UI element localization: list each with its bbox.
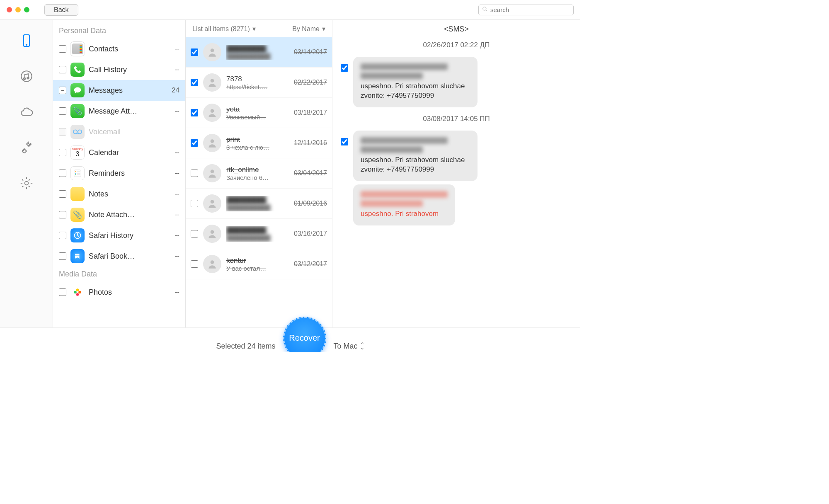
message-checkbox[interactable] [341,64,348,72]
message-row[interactable]: print3 чехла с лю…12/11/2016 [186,128,332,158]
avatar-icon [203,104,221,122]
category-checkbox-indeterminate[interactable]: − [59,87,66,94]
detail-title: <SMS> [341,25,572,34]
close-window-icon[interactable] [7,7,12,12]
nav-icloud[interactable] [17,103,36,121]
category-count: -- [175,252,179,260]
category-checkbox[interactable] [59,149,66,156]
reminders-icon [70,166,85,180]
message-row-checkbox[interactable] [191,260,198,268]
category-notes[interactable]: Notes -- [53,184,185,204]
maximize-window-icon[interactable] [24,7,29,12]
category-note-attachments[interactable]: 📎 Note Attach… -- [53,204,185,225]
nav-itunes[interactable] [17,67,36,85]
avatar-icon [203,194,221,213]
sort-label: By Name [292,25,320,33]
timestamp: 03/08/2017 14:05 ПП [341,115,572,123]
svg-point-30 [211,260,214,264]
category-call-history[interactable]: Call History -- [53,59,185,80]
category-label: Call History [89,65,171,74]
category-contacts[interactable]: Contacts -- [53,39,185,59]
message-row[interactable]: rtk_onlimeЗачислено 6…03/04/2017 [186,158,332,189]
message-preview: Уважаемый… [226,114,289,121]
category-voicemail: Voicemail [53,121,185,142]
category-safari-history[interactable]: Safari History -- [53,225,185,246]
minimize-window-icon[interactable] [15,7,21,12]
message-date: 03/16/2017 [294,230,327,237]
svg-point-13 [75,173,76,174]
contacts-icon [70,42,85,56]
voicemail-icon [70,125,85,139]
message-row-checkbox[interactable] [191,230,198,237]
search-input-container[interactable] [478,5,574,15]
message-bubble[interactable]: uspeshno. Pri strahovom sluchae zvonite:… [353,131,478,181]
message-preview: ██████████ [226,53,289,60]
message-checkbox[interactable] [341,138,348,145]
message-row-checkbox[interactable] [191,109,198,116]
message-row-text: 7878https://ticket.… [226,75,289,90]
timestamp: 02/26/2017 02:22 ДП [341,41,572,49]
category-messages[interactable]: − Messages 24 [53,80,185,101]
category-count: -- [175,169,179,177]
message-row-checkbox[interactable] [191,79,198,86]
category-count: -- [175,148,179,157]
svg-point-0 [483,7,486,10]
nav-device[interactable] [17,32,36,50]
category-count: -- [175,107,179,115]
svg-point-8 [73,130,77,133]
redacted-text [361,63,448,70]
message-list[interactable]: ██████████████████03/14/20177878https://… [186,37,332,327]
filter-dropdown[interactable]: List all items (8271)▾ [192,25,256,33]
message-row-text: print3 чехла с лю… [226,136,289,151]
nav-tools[interactable] [17,138,36,157]
category-count: -- [175,190,179,198]
message-row[interactable]: ██████████████████03/16/2017 [186,219,332,249]
message-date: 02/22/2017 [294,79,327,86]
search-input[interactable] [490,6,570,13]
back-button[interactable]: Back [44,4,78,16]
message-list-header: List all items (8271)▾ By Name▾ [186,20,332,37]
category-calendar[interactable]: Sunday3 Calendar -- [53,142,185,163]
nav-settings[interactable] [17,174,36,192]
sort-dropdown[interactable]: By Name▾ [292,25,325,33]
category-checkbox[interactable] [59,211,66,218]
category-count: -- [175,211,179,219]
category-safari-bookmarks[interactable]: Safari Book… -- [53,246,185,267]
category-checkbox[interactable] [59,170,66,177]
category-checkbox[interactable] [59,190,66,198]
section-media-header: Media Data [53,267,185,282]
svg-point-3 [26,44,27,45]
notes-icon [70,187,85,201]
message-row-checkbox[interactable] [191,139,198,147]
message-row-checkbox[interactable] [191,200,198,207]
category-label: Safari Book… [89,252,171,261]
attachment-icon: 📎 [70,104,85,118]
category-checkbox[interactable] [59,107,66,115]
message-row-checkbox[interactable] [191,48,198,56]
message-bubble[interactable]: uspeshno. Pri strahovom [353,184,455,225]
svg-point-27 [211,170,214,173]
category-checkbox[interactable] [59,252,66,260]
message-row[interactable]: ██████████████████03/14/2017 [186,37,332,68]
category-photos[interactable]: Photos -- [53,282,185,303]
svg-point-25 [211,109,214,113]
category-checkbox[interactable] [59,288,66,296]
message-row[interactable]: yotaУважаемый…03/18/2017 [186,98,332,128]
avatar-icon [203,134,221,152]
message-row[interactable]: 7878https://ticket.…02/22/2017 [186,68,332,98]
category-message-attachments[interactable]: 📎 Message Att… -- [53,101,185,121]
category-checkbox[interactable] [59,45,66,53]
category-label: Messages [89,86,167,95]
svg-point-20 [78,291,81,294]
message-bubble[interactable]: uspeshno. Pri strahovom sluchae zvonite:… [353,57,478,107]
svg-point-23 [211,48,214,52]
message-row[interactable]: konturУ вас остал…03/12/2017 [186,249,332,279]
category-checkbox[interactable] [59,66,66,73]
message-row[interactable]: ██████████████████01/09/2016 [186,189,332,219]
recover-target-dropdown[interactable]: To Mac ⌃⌄ [334,342,364,351]
svg-point-24 [211,79,214,82]
category-checkbox[interactable] [59,232,66,239]
message-row-checkbox[interactable] [191,170,198,177]
category-label: Reminders [89,169,171,178]
category-reminders[interactable]: Reminders -- [53,163,185,184]
